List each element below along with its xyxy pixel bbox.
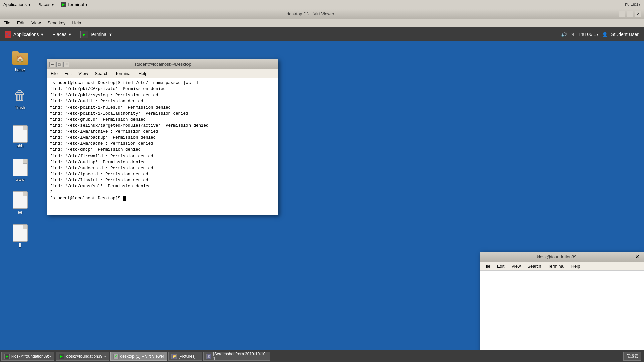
- virt-menubar: File Edit View Send key Help: [0, 19, 644, 27]
- second-terminal-menubar: File Edit View Search Terminal Help: [480, 262, 644, 271]
- hhh-file-icon: [12, 126, 28, 142]
- second-term-menu-edit[interactable]: Edit: [494, 263, 508, 269]
- guest-network-icon: ⊡: [570, 32, 574, 37]
- term-line-5: find: '/etc/polkit-1/localauthority': Pe…: [50, 111, 275, 117]
- guest-panel-left: 🐾 Applications ▾ Places ▾ ▶ Terminal ▾: [0, 27, 116, 41]
- home-icon-label: home: [14, 67, 26, 73]
- taskbar-virt-label: desktop (1) – Virt Viewer: [120, 354, 164, 359]
- virt-menu-file[interactable]: File: [0, 20, 14, 26]
- terminal-minimize-button[interactable]: ─: [49, 62, 55, 67]
- virt-menu-view[interactable]: View: [28, 20, 44, 26]
- taskbar-virt-icon: V: [113, 354, 119, 359]
- guest-apps-menu[interactable]: 🐾 Applications ▾: [0, 27, 48, 41]
- term-line-2: find: '/etc/pki/rsyslog': Permission den…: [50, 92, 275, 98]
- main-terminal-body[interactable]: [student@localhost Desktop]$ find /etc/ …: [47, 78, 278, 215]
- guest-places-label: Places: [53, 32, 67, 37]
- taskbar-pictures-label: [Pictures]: [178, 354, 195, 359]
- host-places-menu[interactable]: Places ▾: [34, 1, 57, 8]
- term-menu-edit[interactable]: Edit: [61, 70, 75, 77]
- virt-titlebar: desktop (1) – Virt Viewer ─ □ ✕: [0, 9, 644, 19]
- host-topbar: Applications ▾ Places ▾ ▶ Terminal ▾ Thu…: [0, 0, 644, 9]
- taskbar-kiosk2-icon: ▶: [59, 354, 64, 359]
- host-apps-menu[interactable]: Applications ▾: [0, 1, 34, 8]
- term-line-prompt: [student@localhost Desktop]$: [50, 195, 275, 201]
- desktop-icon-trash[interactable]: 🗑 Trash: [7, 87, 34, 110]
- main-terminal-window: ─ □ ✕ student@localhost:~/Desktop File E…: [47, 59, 278, 215]
- second-term-menu-search[interactable]: Search: [524, 263, 544, 269]
- second-terminal-close-area[interactable]: ✕: [635, 254, 642, 260]
- host-terminal-menu[interactable]: ▶ Terminal ▾: [57, 1, 91, 8]
- guest-user-label[interactable]: Student User: [611, 32, 639, 37]
- second-term-menu-file[interactable]: File: [480, 263, 494, 269]
- virt-menu-help[interactable]: Help: [69, 20, 85, 26]
- taskbar-screenshot[interactable]: 🖼 [Screenshot from 2019-10-10 1...: [203, 352, 270, 361]
- guest-desktop: 🐾 Applications ▾ Places ▾ ▶ Terminal ▾ 🔊…: [0, 27, 644, 362]
- term-line-9: find: '/etc/lvm/backup': Permission deni…: [50, 135, 275, 141]
- term-line-10: find: '/etc/lvm/cache': Permission denie…: [50, 141, 275, 147]
- second-term-menu-view[interactable]: View: [508, 263, 524, 269]
- terminal-close-button[interactable]: ✕: [63, 62, 69, 67]
- virt-window-controls: ─ □ ✕: [619, 11, 641, 17]
- term-menu-file[interactable]: File: [47, 70, 61, 77]
- virt-window-title: desktop (1) – Virt Viewer: [3, 11, 619, 16]
- term-line-17: find: '/etc/cups/ssl': Permission denied: [50, 183, 275, 189]
- second-terminal-body[interactable]: [480, 271, 644, 362]
- taskbar-kiosk2[interactable]: ▶ kiosk@foundation39:~: [56, 352, 109, 361]
- host-time: Thu 18:17: [623, 2, 641, 7]
- taskbar-pictures[interactable]: 📁 [Pictures]: [168, 352, 202, 361]
- term-menu-terminal[interactable]: Terminal: [112, 70, 135, 77]
- virt-menu-sendkey[interactable]: Send key: [44, 20, 69, 26]
- guest-terminal-menu[interactable]: ▶ Terminal ▾: [76, 27, 117, 41]
- term-line-14: find: '/etc/sudoers.d': Permission denie…: [50, 165, 275, 171]
- second-term-menu-help[interactable]: Help: [568, 263, 584, 269]
- virt-viewer-window: desktop (1) – Virt Viewer ─ □ ✕ File Edi…: [0, 9, 644, 362]
- main-terminal-title: student@localhost:~/Desktop: [69, 62, 256, 67]
- term-line-18: 2: [50, 189, 275, 195]
- term-menu-view[interactable]: View: [75, 70, 91, 77]
- desktop-icon-hhh[interactable]: hhh: [7, 126, 34, 149]
- host-apps-label: Applications: [3, 2, 27, 7]
- term-menu-search[interactable]: Search: [91, 70, 112, 77]
- term-line-8: find: '/etc/lvm/archive': Permission den…: [50, 129, 275, 135]
- desktop-icon-www[interactable]: www: [7, 160, 34, 182]
- virt-minimize-button[interactable]: ─: [619, 11, 625, 17]
- guest-user-icon: 👤: [602, 32, 608, 37]
- taskbar-kiosk2-label: kiosk@foundation39:~: [66, 354, 106, 359]
- hhh-icon-label: hhh: [16, 143, 24, 149]
- taskbar-kiosk1-label: kiosk@foundation39:~: [11, 354, 51, 359]
- term-line-6: find: '/etc/grub.d': Permission denied: [50, 117, 275, 123]
- guest-terminal-arrow: ▾: [109, 32, 112, 37]
- virt-maximize-button[interactable]: □: [627, 11, 633, 17]
- term-line-1: find: '/etc/pki/CA/private': Permission …: [50, 86, 275, 92]
- second-term-menu-terminal[interactable]: Terminal: [545, 263, 568, 269]
- guest-places-arrow: ▾: [69, 32, 71, 37]
- host-terminal-icon: ▶: [61, 2, 66, 7]
- taskbar-kiosk1-icon: ▶: [4, 354, 10, 359]
- guest-volume-icon[interactable]: 🔊: [561, 32, 567, 37]
- term-line-15: find: '/etc/ipsec.d': Permission denied: [50, 171, 275, 177]
- term-menu-help[interactable]: Help: [135, 70, 151, 77]
- taskbar-right-icon[interactable]: 亿运云: [623, 352, 641, 361]
- term-line-0: [student@localhost Desktop]$ find /etc/ …: [50, 80, 275, 86]
- virt-menu-edit[interactable]: Edit: [14, 20, 28, 26]
- desktop-icon-home[interactable]: 🏠 home: [7, 50, 34, 73]
- guest-terminal-icon: ▶: [80, 31, 88, 38]
- virt-close-button[interactable]: ✕: [635, 11, 641, 17]
- taskbar-virt[interactable]: V desktop (1) – Virt Viewer: [110, 352, 167, 361]
- terminal-maximize-button[interactable]: □: [56, 62, 62, 67]
- guest-apps-label: Applications: [13, 32, 39, 37]
- taskbar-screenshot-icon: 🖼: [206, 354, 211, 359]
- desktop-icon-jj[interactable]: jj: [7, 225, 34, 248]
- guest-apps-icon: 🐾: [5, 31, 11, 38]
- host-topbar-right: Thu 18:17: [623, 2, 644, 7]
- terminal-win-buttons: ─ □ ✕: [49, 62, 69, 67]
- term-line-4: find: '/etc/polkit-1/rules.d': Permissio…: [50, 105, 275, 111]
- host-terminal-label: Terminal: [67, 2, 84, 7]
- desktop-icon-ee[interactable]: ee: [7, 192, 34, 215]
- term-line-13: find: '/etc/audisp': Permission denied: [50, 159, 275, 165]
- guest-places-menu[interactable]: Places ▾: [48, 27, 76, 41]
- taskbar-kiosk1[interactable]: ▶ kiosk@foundation39:~: [1, 352, 54, 361]
- guest-panel-right: 🔊 ⊡ Thu 06:17 👤 Student User: [561, 32, 644, 37]
- taskbar-right: 亿运云: [623, 352, 643, 361]
- term-line-16: find: '/etc/libvirt': Permission denied: [50, 177, 275, 183]
